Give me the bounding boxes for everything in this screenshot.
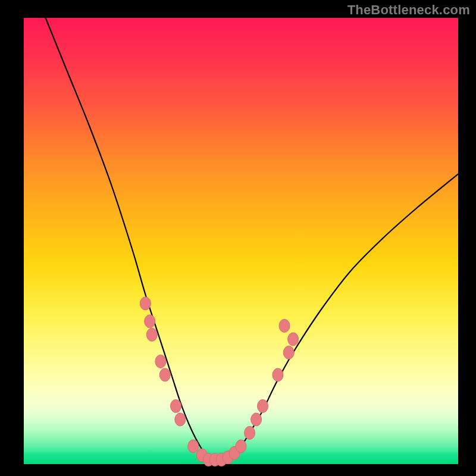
curve-marker — [273, 368, 283, 381]
curve-marker — [251, 413, 262, 426]
chart-frame: TheBottleneck.com — [0, 0, 476, 476]
watermark-text: TheBottleneck.com — [347, 2, 470, 18]
curve-marker — [175, 413, 186, 426]
bottleneck-curve — [46, 18, 459, 460]
curve-marker — [188, 440, 199, 453]
curve-marker — [146, 328, 157, 342]
curve-marker — [283, 346, 294, 359]
plot-area — [24, 18, 458, 464]
curve-marker — [155, 355, 166, 368]
curve-marker — [236, 440, 246, 453]
curve-marker — [159, 368, 170, 381]
curve-marker — [258, 400, 268, 413]
curve-marker — [171, 400, 181, 413]
curve-marker — [288, 333, 299, 346]
curve-marker — [245, 427, 255, 440]
curve-marker — [145, 315, 155, 328]
curve-marker — [279, 320, 290, 333]
curve-markers — [140, 297, 298, 466]
curve-marker — [140, 297, 151, 310]
curve-svg — [24, 18, 458, 464]
